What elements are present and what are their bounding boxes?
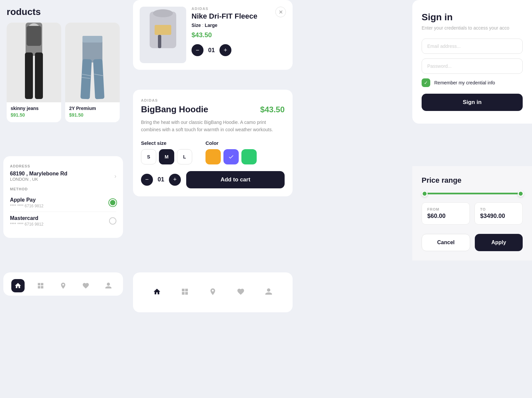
cart-qty-decrease-button[interactable]: − [192, 44, 203, 56]
product-cards-row: skinny jeans $91.50 2Y Premium $91.50 [3, 23, 123, 122]
remember-checkbox[interactable]: ✓ [422, 78, 430, 87]
payment-applepay-name: Apple Pay [10, 197, 44, 203]
svg-rect-1 [25, 52, 33, 99]
price-range-footer: Cancel Apply [422, 234, 523, 251]
payment-mastercard-digits: **** **** 6716 9812 [10, 222, 44, 227]
detail-qty-control: − 01 + [141, 174, 181, 186]
detail-qty-value: 01 [157, 176, 165, 183]
apply-button[interactable]: Apply [475, 234, 523, 251]
size-section: Select size S M L [141, 140, 192, 164]
color-swatch-orange[interactable] [205, 149, 221, 164]
signin-subtitle: Enter your credentials to access your ac… [422, 25, 523, 31]
product-card-jeans-img [65, 23, 120, 102]
cart-item-close-button[interactable]: ✕ [275, 7, 286, 17]
price-to-box: TO $3490.00 [474, 202, 523, 225]
size-color-row: Select size S M L Color [141, 140, 285, 164]
price-inputs-row: FROM $60.00 TO $3490.00 [422, 202, 523, 225]
address-label: ADDRESS [10, 164, 116, 168]
size-btn-m[interactable]: M [159, 149, 174, 164]
address-row: 68190 , Marylebone Rd LONDON , UK › [10, 171, 116, 182]
price-from-value: $60.00 [427, 213, 464, 220]
address-chevron-icon[interactable]: › [114, 173, 116, 180]
checkout-card: ADDRESS 68190 , Marylebone Rd LONDON , U… [3, 156, 123, 238]
svg-rect-2 [35, 52, 43, 99]
size-btn-s[interactable]: S [141, 149, 156, 164]
add-to-cart-button[interactable]: Add to cart [186, 171, 285, 188]
signin-button[interactable]: Sign in [422, 94, 523, 111]
detail-description: Bring the heat with our classic BigBang … [141, 119, 285, 134]
remember-label: Remember my credential info [434, 80, 495, 85]
detail-qty-decrease-button[interactable]: − [141, 174, 153, 186]
price-from-box: FROM $60.00 [422, 202, 470, 225]
cart-qty-control: − 01 + [192, 44, 286, 56]
mini-grid-icon[interactable] [181, 288, 189, 297]
bottom-mini-card [133, 272, 293, 312]
detail-footer: − 01 + Add to cart [141, 171, 285, 188]
price-slider-fill [425, 193, 521, 194]
payment-mastercard-name: Mastercard [10, 215, 44, 221]
payment-applepay-radio[interactable] [109, 199, 116, 206]
product-card-leggings-name: skinny jeans [7, 102, 61, 112]
cart-item-image [140, 7, 186, 63]
signin-card: Sign in Enter your credentials to access… [412, 0, 532, 124]
price-slider-track[interactable] [422, 193, 523, 194]
svg-rect-6 [80, 59, 92, 99]
color-swatch-purple[interactable] [223, 149, 239, 164]
price-range-title: Price range [422, 176, 523, 185]
cart-product-name: Nike Dri-FIT Fleece [192, 12, 286, 21]
cancel-button[interactable]: Cancel [422, 234, 470, 251]
nav-grid-icon[interactable] [34, 279, 47, 292]
detail-product-name: BigBang Hoodie [141, 104, 208, 115]
color-options [205, 149, 257, 164]
detail-qty-increase-button[interactable]: + [169, 174, 181, 186]
price-to-value: $3490.00 [480, 213, 517, 220]
product-card-leggings-price: $91.50 [7, 112, 61, 118]
mini-location-icon[interactable] [209, 288, 217, 297]
mini-heart-icon[interactable] [237, 288, 245, 297]
cart-brand: ADIDAS [192, 7, 286, 11]
product-card-jeans-name: 2Y Premium [65, 102, 120, 112]
svg-rect-14 [155, 25, 171, 35]
method-label: METHOD [10, 187, 116, 191]
svg-rect-8 [82, 36, 102, 43]
price-slider-thumb-left[interactable] [422, 191, 428, 197]
remember-row: ✓ Remember my credential info [422, 78, 523, 87]
product-card-leggings[interactable]: skinny jeans $91.50 [7, 23, 61, 122]
password-input[interactable] [422, 58, 523, 74]
products-title: roducts [3, 0, 123, 23]
payment-applepay-digits: **** **** 6716 9812 [10, 204, 44, 208]
svg-rect-4 [27, 26, 41, 46]
color-swatch-green[interactable] [241, 149, 257, 164]
color-label: Color [205, 140, 257, 146]
detail-product-price: $43.50 [260, 105, 285, 114]
cart-qty-value: 01 [207, 47, 215, 54]
payment-row-applepay[interactable]: Apple Pay **** **** 6716 9812 [10, 194, 116, 212]
price-to-label: TO [480, 207, 517, 211]
payment-mastercard-radio[interactable] [109, 217, 116, 225]
nav-location-icon[interactable] [57, 279, 70, 292]
address-line2: LONDON , UK [10, 177, 67, 182]
product-card-jeans-price: $91.50 [65, 112, 120, 118]
nav-home-icon[interactable] [11, 279, 25, 292]
detail-brand: ADIDAS [141, 98, 285, 102]
size-btn-l[interactable]: L [177, 149, 192, 164]
svg-rect-15 [158, 35, 161, 48]
email-input[interactable] [422, 39, 523, 54]
cart-size: Size : Large [192, 23, 286, 28]
price-slider-thumb-right[interactable] [518, 191, 524, 197]
color-section: Color [205, 140, 257, 164]
address-line1: 68190 , Marylebone Rd [10, 171, 67, 177]
cart-item-details: ADIDAS Nike Dri-FIT Fleece Size : Large … [192, 7, 286, 56]
svg-point-13 [153, 9, 173, 17]
price-range-card: Price range FROM $60.00 TO $3490.00 Canc… [412, 166, 532, 260]
mini-person-icon[interactable] [265, 288, 273, 297]
product-detail-card: ADIDAS BigBang Hoodie $43.50 Bring the h… [133, 90, 293, 196]
cart-qty-increase-button[interactable]: + [219, 44, 231, 56]
payment-row-mastercard[interactable]: Mastercard **** **** 6716 9812 [10, 212, 116, 230]
size-section-label: Select size [141, 140, 192, 146]
bottom-nav-icons [3, 279, 123, 292]
product-card-jeans[interactable]: 2Y Premium $91.50 [65, 23, 120, 122]
nav-heart-icon[interactable] [79, 279, 92, 292]
nav-person-icon[interactable] [102, 279, 115, 292]
mini-home-icon[interactable] [153, 288, 161, 297]
